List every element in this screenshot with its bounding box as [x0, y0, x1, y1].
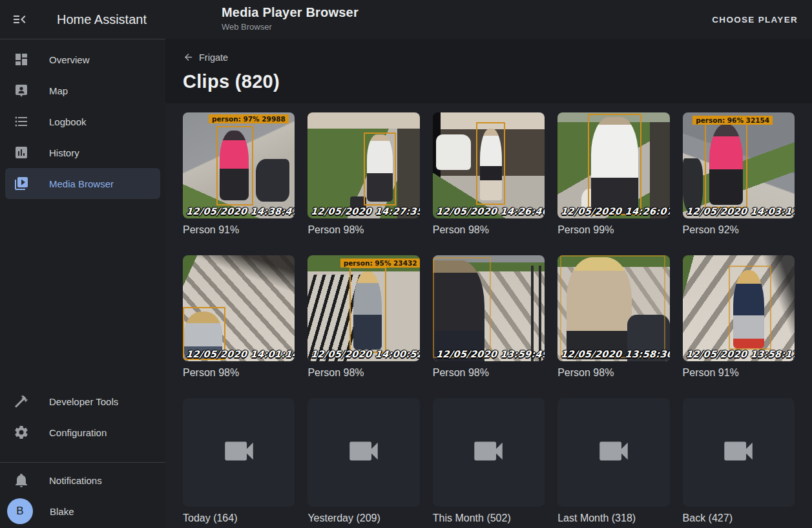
- clip-thumbnail[interactable]: 12/05/2020 14:27:35: [307, 112, 419, 218]
- breadcrumb[interactable]: Frigate: [183, 52, 228, 63]
- media-player-subtitle: Web Browser: [222, 22, 359, 32]
- chart-box-icon: [14, 145, 29, 160]
- folder-label: This Month (502): [433, 512, 545, 524]
- menu-open-icon[interactable]: [4, 4, 35, 35]
- sidebar-item-developer-tools[interactable]: Developer Tools: [5, 386, 160, 417]
- clip-label: Person 98%: [307, 224, 419, 236]
- video-camera-icon: [595, 432, 632, 472]
- back-arrow-icon: [183, 52, 194, 63]
- app-header: Home Assistant Media Player Browser Web …: [0, 0, 812, 39]
- detection-bbox: [349, 267, 386, 353]
- detection-banner: person: 97% 29988: [209, 114, 289, 123]
- sidebar-item-media-browser[interactable]: Media Browser: [5, 168, 160, 199]
- detection-bbox: [433, 257, 491, 358]
- clip-label: Person 98%: [557, 367, 669, 379]
- page-title: Clips (820): [183, 71, 795, 92]
- folder-card-yesterday-209[interactable]: Yesterday (209): [307, 398, 419, 524]
- clip-thumbnail[interactable]: person: 97% 29988 12/05/2020 14:38:47: [183, 112, 295, 218]
- detection-bbox: [705, 123, 747, 207]
- clip-timestamp: 12/05/2020 14:03:17: [685, 206, 795, 216]
- detection-bbox: [588, 114, 641, 215]
- sidebar-divider: [0, 462, 165, 463]
- user-name: Blake: [50, 506, 74, 517]
- avatar: B: [7, 498, 33, 524]
- clip-thumbnail[interactable]: 12/05/2020 14:01:14: [183, 255, 295, 361]
- bell-icon: [14, 472, 29, 488]
- video-camera-icon: [470, 432, 507, 472]
- clip-timestamp: 12/05/2020 13:58:17: [685, 349, 795, 359]
- gear-icon: [14, 425, 29, 440]
- folder-thumbnail[interactable]: [557, 398, 669, 507]
- clip-thumbnail[interactable]: 12/05/2020 14:26:46: [433, 112, 545, 218]
- clip-label: Person 91%: [683, 367, 795, 379]
- sidebar-item-notifications[interactable]: Notifications: [5, 465, 160, 496]
- clip-timestamp: 12/05/2020 14:26:46: [435, 206, 545, 216]
- clip-card[interactable]: 12/05/2020 13:59:49 Person 98%: [433, 255, 545, 379]
- choose-player-button[interactable]: CHOOSE PLAYER: [707, 8, 803, 31]
- media-browser-icon: [14, 176, 29, 191]
- clip-card[interactable]: 12/05/2020 14:27:35 Person 98%: [307, 112, 419, 236]
- clip-card[interactable]: 12/05/2020 13:58:17 Person 91%: [683, 255, 795, 379]
- app-title: Home Assistant: [57, 12, 147, 27]
- clip-card[interactable]: person: 95% 23432 12/05/2020 14:00:52 Pe…: [307, 255, 419, 379]
- clip-thumbnail[interactable]: person: 96% 32154 12/05/2020 14:03:17: [683, 112, 795, 218]
- media-player-header: Media Player Browser Web Browser: [222, 5, 359, 32]
- sidebar-item-logbook[interactable]: Logbook: [5, 106, 160, 137]
- folder-thumbnail[interactable]: [683, 398, 795, 507]
- clip-label: Person 98%: [433, 224, 545, 236]
- folder-card-today-164[interactable]: Today (164): [183, 398, 295, 524]
- clip-label: Person 92%: [683, 224, 795, 236]
- list-bulleted-icon: [14, 114, 29, 129]
- folder-card-last-month-318[interactable]: Last Month (318): [557, 398, 669, 524]
- clip-thumbnail[interactable]: person: 95% 23432 12/05/2020 14:00:52: [307, 255, 419, 361]
- folder-thumbnail[interactable]: [307, 398, 419, 507]
- clip-card[interactable]: 12/05/2020 13:58:30 Person 98%: [557, 255, 669, 379]
- clip-label: Person 98%: [183, 367, 295, 379]
- media-player-title: Media Player Browser: [222, 5, 359, 20]
- clip-card[interactable]: person: 96% 32154 12/05/2020 14:03:17 Pe…: [683, 112, 795, 236]
- clip-timestamp: 12/05/2020 14:01:14: [185, 349, 295, 359]
- clip-thumbnail[interactable]: 12/05/2020 13:58:30: [557, 255, 669, 361]
- view-dashboard-icon: [14, 52, 29, 67]
- clip-thumbnail[interactable]: 12/05/2020 14:26:07: [557, 112, 669, 218]
- breadcrumb-label: Frigate: [199, 52, 228, 63]
- folder-card-back-427[interactable]: Back (427): [683, 398, 795, 524]
- folder-label: Yesterday (209): [307, 512, 419, 524]
- clip-card[interactable]: 12/05/2020 14:26:07 Person 99%: [557, 112, 669, 236]
- sidebar: Overview Map Logbook History Media Brows…: [0, 39, 165, 528]
- sidebar-item-configuration[interactable]: Configuration: [5, 417, 160, 448]
- folder-label: Today (164): [183, 512, 295, 524]
- clip-label: Person 98%: [433, 367, 545, 379]
- clip-card[interactable]: 12/05/2020 14:26:46 Person 98%: [433, 112, 545, 236]
- clip-timestamp: 12/05/2020 14:38:47: [185, 206, 295, 216]
- sidebar-item-history[interactable]: History: [5, 137, 160, 168]
- folder-thumbnail[interactable]: [433, 398, 545, 507]
- detection-banner: person: 96% 32154: [692, 116, 773, 125]
- folder-card-this-month-502[interactable]: This Month (502): [433, 398, 545, 524]
- hammer-icon: [14, 394, 29, 409]
- content-header: Frigate Clips (820): [165, 39, 812, 103]
- sidebar-item-overview[interactable]: Overview: [5, 44, 160, 75]
- clip-label: Person 99%: [557, 224, 669, 236]
- clip-thumbnail[interactable]: 12/05/2020 13:58:17: [683, 255, 795, 361]
- folder-label: Back (427): [683, 512, 795, 524]
- clip-timestamp: 12/05/2020 13:59:49: [435, 349, 545, 359]
- detection-bbox: [476, 122, 505, 205]
- folder-label: Last Month (318): [557, 512, 669, 524]
- clip-card[interactable]: person: 97% 29988 12/05/2020 14:38:47 Pe…: [183, 112, 295, 236]
- clip-label: Person 91%: [183, 224, 295, 236]
- clip-timestamp: 12/05/2020 14:27:35: [311, 206, 420, 216]
- detection-bbox: [216, 126, 253, 206]
- sidebar-item-user[interactable]: B Blake: [5, 496, 160, 527]
- clip-card[interactable]: 12/05/2020 14:01:14 Person 98%: [183, 255, 295, 379]
- detection-bbox: [364, 132, 396, 206]
- clip-browser: person: 97% 29988 12/05/2020 14:38:47 Pe…: [165, 103, 812, 528]
- clip-timestamp: 12/05/2020 14:00:52: [311, 349, 420, 359]
- folder-thumbnail[interactable]: [183, 398, 295, 507]
- sidebar-item-map[interactable]: Map: [5, 75, 160, 106]
- clip-label: Person 98%: [307, 367, 419, 379]
- detection-bbox: [560, 255, 665, 358]
- clip-thumbnail[interactable]: 12/05/2020 13:59:49: [433, 255, 545, 361]
- clip-timestamp: 12/05/2020 13:58:30: [561, 349, 670, 359]
- video-camera-icon: [720, 432, 757, 472]
